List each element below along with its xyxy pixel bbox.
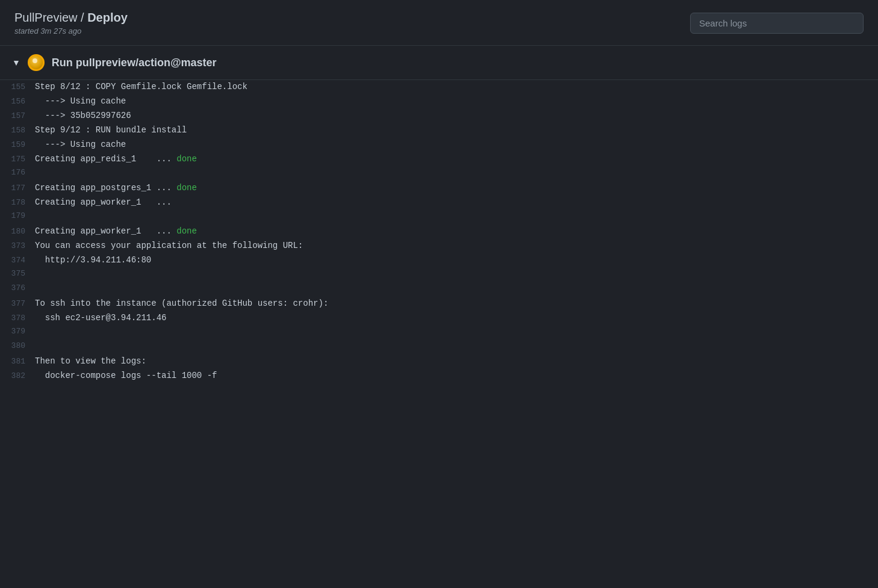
job-header: ▼ Run pullpreview/action@master [0,46,878,80]
line-content: To ssh into the instance (authorized Git… [35,297,328,310]
line-content: Creating app_redis_1 ... done [35,152,197,166]
page-subtitle: started 3m 27s ago [14,26,128,36]
job-section: ▼ Run pullpreview/action@master 155Step … [0,46,878,572]
line-content: You can access your application at the f… [35,239,303,252]
done-badge: done [176,154,197,164]
log-line: 377To ssh into the instance (authorized … [0,297,878,311]
line-number: 375 [6,268,35,280]
title-bold: Deploy [87,11,128,24]
log-line: 180Creating app_worker_1 ... done [0,224,878,239]
line-number: 157 [6,110,35,123]
line-content: Creating app_postgres_1 ... done [35,181,197,194]
line-content: Step 8/12 : COPY Gemfile.lock Gemfile.lo… [35,80,248,93]
line-number: 177 [6,182,35,195]
log-line: 379 [0,326,878,340]
log-line: 158Step 9/12 : RUN bundle install [0,123,878,138]
line-number: 178 [6,197,35,209]
line-number: 381 [6,356,35,368]
line-number: 155 [6,81,35,94]
status-running-icon [28,54,45,71]
line-content: http://3.94.211.46:80 [35,253,151,267]
page-header: PullPreview / Deploy started 3m 27s ago [0,0,878,46]
line-content: ssh ec2-user@3.94.211.46 [35,311,166,324]
line-number: 180 [6,226,35,238]
log-line: 373You can access your application at th… [0,239,878,253]
log-line: 156 ---> Using cache [0,94,878,109]
log-line: 178Creating app_worker_1 ... [0,196,878,210]
page-title: PullPreview / Deploy [14,11,128,25]
log-line: 175Creating app_redis_1 ... done [0,152,878,167]
line-number: 373 [6,240,35,253]
line-number: 159 [6,139,35,152]
line-number: 158 [6,125,35,137]
line-number: 377 [6,298,35,311]
line-number: 376 [6,282,35,295]
log-line: 155Step 8/12 : COPY Gemfile.lock Gemfile… [0,80,878,94]
line-content: ---> 35b052997626 [35,109,131,122]
done-badge: done [176,226,197,236]
done-badge: done [176,183,197,193]
line-number: 380 [6,340,35,353]
line-number: 176 [6,167,35,179]
line-number: 379 [6,326,35,338]
line-number: 378 [6,312,35,325]
line-content: Creating app_worker_1 ... done [35,224,197,238]
line-number: 156 [6,96,35,108]
line-content: Creating app_worker_1 ... [35,196,172,209]
log-line: 179 [0,210,878,224]
title-prefix: PullPreview / [14,11,87,24]
log-line: 177Creating app_postgres_1 ... done [0,181,878,196]
search-logs-input[interactable] [690,13,864,34]
line-number: 374 [6,255,35,267]
job-name: Run pullpreview/action@master [52,57,217,69]
line-number: 382 [6,370,35,383]
line-content: docker-compose logs --tail 1000 -f [35,369,217,382]
log-line: 378 ssh ec2-user@3.94.211.46 [0,311,878,326]
log-line: 381Then to view the logs: [0,354,878,369]
log-line: 376 [0,282,878,297]
log-line: 374 http://3.94.211.46:80 [0,253,878,268]
line-content: ---> Using cache [35,138,126,151]
header-title-block: PullPreview / Deploy started 3m 27s ago [14,11,128,36]
line-content: Then to view the logs: [35,354,146,368]
log-line: 380 [0,340,878,354]
line-number: 179 [6,210,35,223]
log-line: 382 docker-compose logs --tail 1000 -f [0,369,878,383]
log-container[interactable]: 155Step 8/12 : COPY Gemfile.lock Gemfile… [0,80,878,572]
line-content: ---> Using cache [35,94,126,108]
log-line: 176 [0,167,878,181]
log-line: 157 ---> 35b052997626 [0,109,878,123]
log-line: 375 [0,268,878,282]
log-line: 159 ---> Using cache [0,138,878,152]
line-number: 175 [6,153,35,166]
line-content: Step 9/12 : RUN bundle install [35,123,187,137]
chevron-down-icon[interactable]: ▼ [12,58,20,67]
